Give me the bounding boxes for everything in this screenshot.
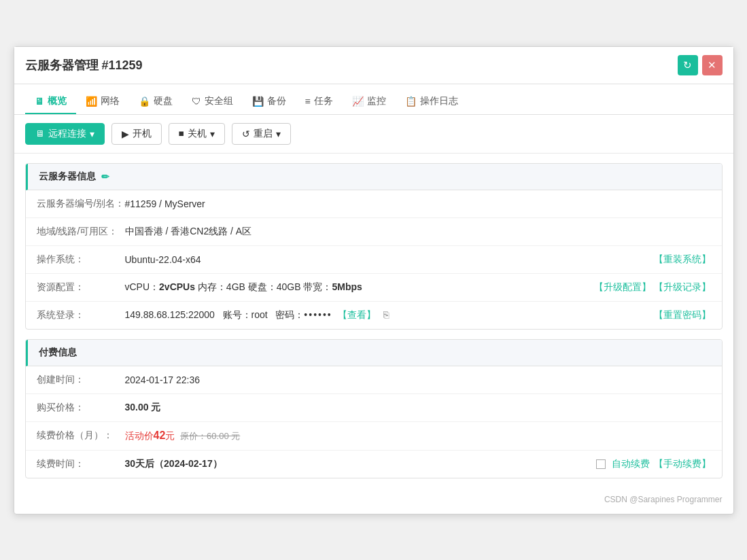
payment-info-header: 付费信息 bbox=[26, 340, 722, 366]
region-value: 中国香港 / 香港CN2线路 / A区 bbox=[125, 226, 711, 238]
renewal-time-label: 续费时间： bbox=[37, 458, 125, 470]
start-icon: ▶ bbox=[122, 128, 129, 139]
tab-monitor[interactable]: 📈 监控 bbox=[343, 90, 396, 114]
server-info-section: 云服务器信息 ✏ 云服务器编号/别名： #11259 / MyServer 地域… bbox=[25, 163, 723, 330]
bandwidth-value: 5Mbps bbox=[332, 281, 362, 292]
login-password: •••••• bbox=[304, 309, 332, 320]
view-password-link[interactable]: 【查看】 bbox=[338, 309, 376, 320]
tab-tasks[interactable]: ≡ 任务 bbox=[296, 90, 343, 114]
login-row: 系统登录： 149.88.68.125:22000 账号：root 密码：•••… bbox=[26, 302, 722, 329]
resources-actions: 【升级配置】 【升级记录】 bbox=[594, 281, 711, 294]
payment-info-section: 付费信息 创建时间： 2024-01-17 22:36 购买价格： 30.00 … bbox=[25, 339, 723, 478]
backup-icon: 💾 bbox=[252, 96, 264, 107]
window-header: 云服务器管理 #11259 ↻ ✕ bbox=[14, 47, 733, 84]
stop-icon: ■ bbox=[179, 128, 184, 139]
vcpu-value: 2vCPUs bbox=[159, 281, 195, 292]
tab-overview[interactable]: 🖥 概览 bbox=[25, 90, 76, 114]
tab-network-label: 网络 bbox=[101, 95, 120, 107]
login-account: root bbox=[251, 309, 268, 320]
copy-icon[interactable]: ⎘ bbox=[383, 309, 389, 320]
reset-password-link[interactable]: 【重置密码】 bbox=[654, 309, 711, 321]
remote-connect-button[interactable]: 🖥 远程连接 ▾ bbox=[25, 123, 105, 145]
restart-button[interactable]: ↺ 重启 ▾ bbox=[232, 123, 291, 145]
renewal-price-value: 活动价42元 原价：60.00 元 bbox=[125, 430, 711, 442]
renewal-time-value: 30天后（2024-02-17） bbox=[125, 458, 596, 470]
remote-label: 远程连接 bbox=[48, 128, 86, 140]
restart-label: 重启 bbox=[254, 128, 273, 140]
renewal-price-row: 续费价格（月）： 活动价42元 原价：60.00 元 bbox=[26, 422, 722, 451]
server-id-label: 云服务器编号/别名： bbox=[37, 198, 125, 210]
window-title: 云服务器管理 #11259 bbox=[25, 57, 143, 73]
os-label: 操作系统： bbox=[37, 253, 125, 266]
created-value: 2024-01-17 22:36 bbox=[125, 374, 711, 385]
stop-button[interactable]: ■ 关机 ▾ bbox=[169, 123, 225, 145]
tasks-icon: ≡ bbox=[305, 96, 311, 107]
created-row: 创建时间： 2024-01-17 22:36 bbox=[26, 366, 722, 394]
tab-network[interactable]: 📶 网络 bbox=[76, 90, 129, 114]
server-ip: 149.88.68.125:22000 bbox=[125, 309, 215, 320]
price-row: 购买价格： 30.00 元 bbox=[26, 394, 722, 422]
region-label: 地域/线路/可用区： bbox=[37, 226, 125, 238]
server-info-title: 云服务器信息 bbox=[39, 171, 96, 183]
restart-icon: ↺ bbox=[242, 128, 250, 139]
promo-price: 42 bbox=[154, 430, 166, 441]
tab-backup-label: 备份 bbox=[267, 95, 286, 107]
main-window: 云服务器管理 #11259 ↻ ✕ 🖥 概览 📶 网络 🔒 硬盘 🛡 安全组 💾… bbox=[14, 46, 734, 514]
tabs-bar: 🖥 概览 📶 网络 🔒 硬盘 🛡 安全组 💾 备份 ≡ 任务 📈 监控 📋 bbox=[14, 84, 733, 115]
logs-icon: 📋 bbox=[405, 96, 417, 107]
auto-renew-label: 自动续费 bbox=[612, 458, 650, 470]
start-button[interactable]: ▶ 开机 bbox=[111, 123, 162, 145]
window-controls: ↻ ✕ bbox=[678, 55, 723, 75]
tab-security[interactable]: 🛡 安全组 bbox=[182, 90, 243, 114]
login-actions: 【重置密码】 bbox=[654, 309, 711, 321]
login-value: 149.88.68.125:22000 账号：root 密码：•••••• 【查… bbox=[125, 309, 654, 321]
tab-disk[interactable]: 🔒 硬盘 bbox=[129, 90, 182, 114]
region-row: 地域/线路/可用区： 中国香港 / 香港CN2线路 / A区 bbox=[26, 218, 722, 246]
security-icon: 🛡 bbox=[192, 96, 201, 107]
os-row: 操作系统： Ubuntu-22.04-x64 【重装系统】 bbox=[26, 246, 722, 274]
renewal-price-label: 续费价格（月）： bbox=[37, 430, 125, 442]
tab-tasks-label: 任务 bbox=[314, 95, 333, 107]
stop-dropdown-icon: ▾ bbox=[210, 128, 215, 139]
tab-monitor-label: 监控 bbox=[367, 95, 386, 107]
tab-logs[interactable]: 📋 操作日志 bbox=[396, 90, 468, 114]
resources-label: 资源配置： bbox=[37, 281, 125, 294]
resources-value: vCPU：2vCPUs 内存：4GB 硬盘：40GB 带宽：5Mbps bbox=[125, 281, 594, 294]
network-icon: 📶 bbox=[86, 96, 97, 107]
auto-renew-area[interactable]: 自动续费 bbox=[596, 458, 650, 470]
upgrade-config-link[interactable]: 【升级配置】 bbox=[594, 281, 651, 294]
close-button[interactable]: ✕ bbox=[702, 55, 723, 75]
remote-icon: 🖥 bbox=[35, 128, 45, 139]
renewal-time-row: 续费时间： 30天后（2024-02-17） 自动续费 【手动续费】 bbox=[26, 451, 722, 478]
start-label: 开机 bbox=[133, 128, 152, 140]
original-price: 原价：60.00 元 bbox=[180, 431, 240, 441]
tab-overview-label: 概览 bbox=[48, 95, 67, 107]
auto-renew-checkbox[interactable] bbox=[596, 459, 606, 469]
edit-icon[interactable]: ✏ bbox=[101, 171, 109, 182]
restart-dropdown-icon: ▾ bbox=[276, 128, 281, 139]
tab-security-label: 安全组 bbox=[205, 95, 233, 107]
monitor-icon: 📈 bbox=[352, 96, 364, 107]
reinstall-os-link[interactable]: 【重装系统】 bbox=[654, 253, 711, 266]
payment-info-title: 付费信息 bbox=[39, 347, 77, 359]
action-bar: 🖥 远程连接 ▾ ▶ 开机 ■ 关机 ▾ ↺ 重启 ▾ bbox=[14, 115, 733, 154]
tab-disk-label: 硬盘 bbox=[154, 95, 173, 107]
tab-backup[interactable]: 💾 备份 bbox=[243, 90, 296, 114]
login-label: 系统登录： bbox=[37, 309, 125, 321]
os-actions: 【重装系统】 bbox=[654, 253, 711, 266]
overview-icon: 🖥 bbox=[35, 96, 44, 107]
manual-renew-link[interactable]: 【手动续费】 bbox=[654, 458, 711, 470]
server-id-value: #11259 / MyServer bbox=[125, 198, 711, 209]
price-label: 购买价格： bbox=[37, 402, 125, 414]
remote-dropdown-icon: ▾ bbox=[90, 128, 94, 139]
stop-label: 关机 bbox=[188, 128, 207, 140]
refresh-button[interactable]: ↻ bbox=[678, 55, 698, 75]
footer-text: CSDN @Sarapines Programmer bbox=[604, 495, 723, 504]
upgrade-history-link[interactable]: 【升级记录】 bbox=[654, 281, 711, 294]
os-value: Ubuntu-22.04-x64 bbox=[125, 254, 654, 265]
disk-icon: 🔒 bbox=[139, 96, 150, 107]
tab-logs-label: 操作日志 bbox=[420, 95, 458, 107]
renewal-actions: 自动续费 【手动续费】 bbox=[596, 458, 711, 470]
server-info-header: 云服务器信息 ✏ bbox=[26, 164, 722, 190]
footer: CSDN @Sarapines Programmer bbox=[14, 488, 733, 514]
